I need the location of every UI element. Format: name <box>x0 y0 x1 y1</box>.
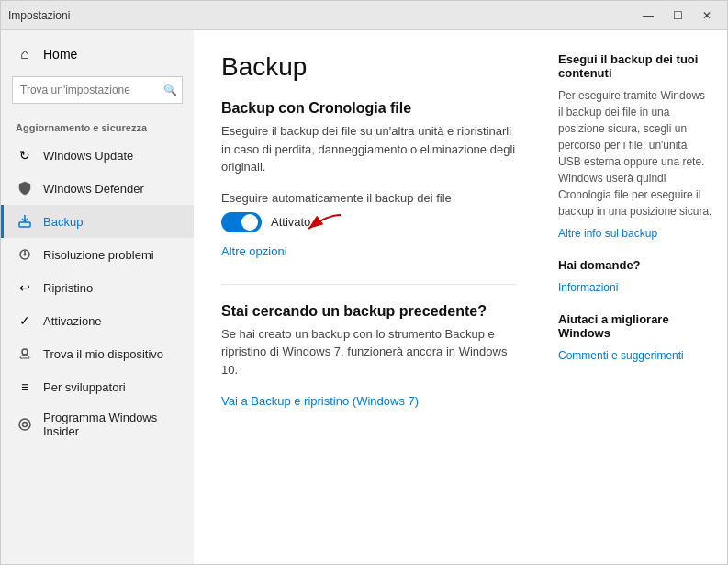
refresh-icon: ↻ <box>16 146 34 164</box>
svg-point-3 <box>24 254 27 256</box>
right-section3-title: Aiutaci a migliorare Windows <box>558 312 712 340</box>
maximize-button[interactable]: ☐ <box>665 6 690 26</box>
sidebar-item-windows-update[interactable]: ↻ Windows Update <box>1 139 194 172</box>
section-divider <box>221 284 516 285</box>
auto-backup-label: Eseguire automaticamente il backup dei f… <box>221 191 516 205</box>
location-icon <box>16 345 34 363</box>
sidebar-item-label: Ripristino <box>43 281 93 295</box>
insider-icon <box>16 415 34 434</box>
informazioni-link[interactable]: Informazioni <box>558 281 618 294</box>
svg-point-4 <box>22 349 28 355</box>
toggle-label: Attivato <box>271 215 310 229</box>
section2-title: Stai cercando un backup precedente? <box>221 303 516 320</box>
section1-description: Eseguire il backup dei file su un'altra … <box>221 122 516 176</box>
svg-rect-0 <box>19 222 30 227</box>
toggle-row: Attivato <box>221 212 516 232</box>
sidebar-item-risoluzione[interactable]: Risoluzione problemi <box>1 238 194 271</box>
right-section1-text: Per eseguire tramite Windows il backup d… <box>558 87 712 220</box>
backup-ripristino-link[interactable]: Vai a Backup e ripristino (Windows 7) <box>221 394 419 408</box>
home-label: Home <box>43 47 77 62</box>
sidebar-item-sviluppatori[interactable]: ≡ Per sviluppatori <box>1 370 194 403</box>
sidebar-item-windows-defender[interactable]: Windows Defender <box>1 172 194 205</box>
backup-toggle[interactable] <box>221 212 262 232</box>
right-panel: Esegui il backup dei tuoi contenuti Per … <box>543 30 727 564</box>
restore-icon: ↩ <box>16 278 34 297</box>
sidebar-item-label: Windows Update <box>43 149 133 163</box>
altre-opzioni-link[interactable]: Altre opzioni <box>221 244 287 258</box>
sidebar: ⌂ Home 🔍 Aggiornamento e sicurezza ↻ Win… <box>1 30 194 564</box>
altre-info-link[interactable]: Altre info sul backup <box>558 227 657 240</box>
section1-title: Backup con Cronologia file <box>221 100 516 117</box>
developer-icon: ≡ <box>16 378 34 396</box>
sidebar-section-label: Aggiornamento e sicurezza <box>1 115 194 139</box>
backup-icon <box>16 212 34 231</box>
window-title: Impostazioni <box>8 9 70 22</box>
search-icon: 🔍 <box>163 84 177 96</box>
right-section2-title: Hai domande? <box>558 258 712 272</box>
sidebar-search-container: 🔍 <box>12 76 183 104</box>
sidebar-item-label: Trova il mio dispositivo <box>43 347 163 361</box>
home-icon: ⌂ <box>16 45 34 63</box>
content-area: ⌂ Home 🔍 Aggiornamento e sicurezza ↻ Win… <box>1 30 727 564</box>
titlebar: Impostazioni — ☐ ✕ <box>1 1 727 30</box>
sidebar-item-label: Risoluzione problemi <box>43 248 154 262</box>
commenti-link[interactable]: Commenti e suggerimenti <box>558 349 684 362</box>
sidebar-item-label: Backup <box>43 215 83 229</box>
section2-description: Se hai creato un backup con lo strumento… <box>221 325 516 379</box>
sidebar-item-label: Per sviluppatori <box>43 380 126 394</box>
sidebar-item-windows-insider[interactable]: Programma Windows Insider <box>1 403 194 446</box>
sidebar-item-label: Programma Windows Insider <box>43 411 179 438</box>
svg-point-6 <box>23 423 28 427</box>
sidebar-item-backup[interactable]: Backup <box>1 205 194 238</box>
sidebar-item-label: Windows Defender <box>43 182 144 196</box>
page-title: Backup <box>221 52 516 82</box>
wrench-icon <box>16 245 34 264</box>
sidebar-item-attivazione[interactable]: ✓ Attivazione <box>1 304 194 337</box>
titlebar-controls: — ☐ ✕ <box>635 6 720 26</box>
main-content: Backup Backup con Cronologia file Esegui… <box>194 30 543 564</box>
window: Impostazioni — ☐ ✕ ⌂ Home 🔍 Aggiornament… <box>0 0 728 565</box>
shield-icon <box>16 179 34 198</box>
right-section1-title: Esegui il backup dei tuoi contenuti <box>558 52 712 80</box>
svg-point-5 <box>19 419 30 430</box>
sidebar-item-ripristino[interactable]: ↩ Ripristino <box>1 271 194 304</box>
sidebar-item-trova-dispositivo[interactable]: Trova il mio dispositivo <box>1 337 194 370</box>
search-input[interactable] <box>12 76 183 104</box>
minimize-button[interactable]: — <box>635 6 661 26</box>
sidebar-home[interactable]: ⌂ Home <box>1 30 194 73</box>
close-button[interactable]: ✕ <box>694 6 720 26</box>
activation-icon: ✓ <box>16 311 34 330</box>
sidebar-item-label: Attivazione <box>43 314 102 328</box>
